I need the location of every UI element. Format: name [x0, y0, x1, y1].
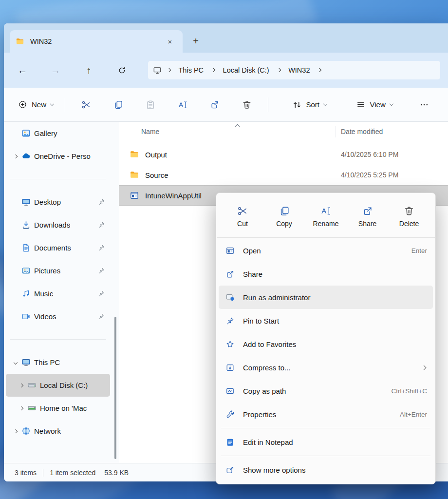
- pin-icon: [98, 221, 105, 229]
- context-share-button[interactable]: Share: [348, 199, 387, 234]
- context-cut-button[interactable]: Cut: [223, 199, 262, 234]
- up-button[interactable]: ↑: [78, 60, 99, 80]
- chevron-right-icon[interactable]: [19, 383, 23, 387]
- paste-icon: [146, 100, 155, 110]
- pictures-icon: [21, 266, 34, 275]
- pin-icon: [98, 244, 105, 251]
- breadcrumb-this-pc[interactable]: This PC: [174, 64, 208, 77]
- file-row-output[interactable]: Output 4/10/2025 6:10 PM: [119, 144, 448, 165]
- sidebar-item-videos[interactable]: Videos: [6, 305, 110, 328]
- forward-button[interactable]: →: [45, 60, 66, 80]
- trash-icon: [404, 206, 414, 216]
- column-date-modified[interactable]: Date modified: [341, 128, 383, 135]
- sidebar-item-home-on-mac[interactable]: Home on 'Mac: [6, 397, 110, 420]
- context-delete-button[interactable]: Delete: [390, 199, 429, 234]
- sidebar-item-this-pc[interactable]: This PC: [6, 351, 110, 374]
- refresh-icon: [117, 66, 127, 75]
- selection-count: 1 item selected: [50, 469, 95, 477]
- sidebar-item-desktop[interactable]: Desktop: [6, 191, 110, 213]
- videos-icon: [21, 312, 34, 321]
- pin-icon: [225, 316, 235, 326]
- scrollbar-thumb[interactable]: [114, 317, 116, 459]
- context-menu: Cut Copy Rename Share Delete Open Enter …: [216, 192, 436, 484]
- wrench-icon: [225, 410, 235, 419]
- sidebar-item-local-disk-c[interactable]: Local Disk (C:): [6, 374, 110, 397]
- share-button[interactable]: [202, 94, 227, 115]
- this-pc-icon: [21, 358, 34, 367]
- sidebar-item-gallery[interactable]: Gallery: [6, 122, 110, 145]
- command-toolbar: New Sort View: [4, 88, 448, 122]
- sidebar-item-documents[interactable]: Documents: [6, 236, 110, 259]
- tab-win32[interactable]: WIN32 ×: [10, 30, 183, 53]
- chevron-down-icon: [50, 102, 54, 106]
- folder-icon: [16, 37, 25, 46]
- tab-bar: WIN32 × +: [4, 23, 448, 53]
- menu-item-pin-to-start[interactable]: Pin to Start: [219, 309, 433, 332]
- sidebar-divider: [10, 339, 106, 340]
- tab-title: WIN32: [30, 38, 52, 45]
- share-icon: [362, 206, 373, 216]
- chevron-right-icon[interactable]: [19, 406, 23, 410]
- menu-divider: [217, 237, 435, 238]
- paste-button[interactable]: [138, 94, 163, 115]
- new-button[interactable]: New: [12, 95, 60, 114]
- breadcrumb-win32[interactable]: WIN32: [284, 64, 314, 77]
- cut-icon: [237, 206, 248, 216]
- sidebar-item-downloads[interactable]: Downloads: [6, 213, 110, 236]
- column-name[interactable]: Name: [141, 128, 159, 135]
- breadcrumb-local-disk[interactable]: Local Disk (C:): [219, 64, 274, 77]
- menu-item-open[interactable]: Open Enter: [219, 239, 433, 262]
- back-arrow-icon: ←: [18, 65, 27, 75]
- ellipsis-icon: [419, 100, 429, 110]
- chevron-right-icon: [316, 69, 323, 72]
- copy-button[interactable]: [106, 94, 131, 115]
- menu-item-show-more-options[interactable]: Show more options: [219, 458, 433, 481]
- share-icon: [225, 269, 235, 279]
- submenu-chevron-icon: [422, 365, 427, 370]
- sidebar-item-pictures[interactable]: Pictures: [6, 259, 110, 282]
- notepad-icon: [225, 438, 235, 447]
- menu-item-compress-to[interactable]: Compress to...: [219, 356, 433, 379]
- menu-item-add-to-favorites[interactable]: Add to Favorites: [219, 332, 433, 356]
- context-rename-button[interactable]: Rename: [306, 199, 345, 234]
- status-divider: [43, 469, 43, 477]
- view-button[interactable]: View: [350, 95, 399, 115]
- sidebar-item-network[interactable]: Network: [6, 420, 110, 442]
- cut-icon: [81, 100, 91, 110]
- column-divider[interactable]: [335, 126, 336, 137]
- toolbar-divider: [65, 97, 65, 112]
- chevron-down-icon[interactable]: [14, 360, 18, 364]
- pin-icon: [98, 290, 105, 297]
- open-app-icon: [225, 246, 235, 255]
- context-copy-button[interactable]: Copy: [265, 199, 304, 234]
- menu-item-edit-in-notepad[interactable]: Edit in Notepad: [219, 430, 433, 454]
- cut-button[interactable]: [74, 94, 99, 115]
- tab-close-button[interactable]: ×: [163, 35, 177, 48]
- new-tab-button[interactable]: +: [187, 33, 204, 49]
- rename-button[interactable]: [170, 94, 195, 115]
- sidebar-item-onedrive[interactable]: OneDrive - Perso: [6, 145, 110, 168]
- share-icon: [210, 100, 220, 110]
- chevron-right-icon[interactable]: [14, 429, 18, 433]
- sidebar-item-music[interactable]: Music: [6, 282, 110, 305]
- menu-item-share[interactable]: Share: [219, 262, 433, 286]
- file-row-source[interactable]: Source 4/10/2025 5:25 PM: [119, 165, 448, 185]
- rename-icon: [320, 206, 331, 216]
- menu-item-properties[interactable]: Properties Alt+Enter: [219, 403, 433, 426]
- menu-item-run-as-administrator[interactable]: Run as administrator: [219, 286, 433, 309]
- this-pc-monitor-icon: [153, 66, 164, 75]
- more-options-icon: [225, 465, 235, 475]
- downloads-icon: [21, 220, 34, 230]
- menu-item-copy-as-path[interactable]: Copy as path Ctrl+Shift+C: [219, 379, 433, 403]
- back-button[interactable]: ←: [12, 60, 33, 80]
- trash-icon: [242, 100, 252, 110]
- delete-button[interactable]: [234, 94, 260, 115]
- close-icon: ×: [168, 38, 172, 46]
- address-bar[interactable]: This PC Local Disk (C:) WIN32: [148, 61, 440, 79]
- sidebar-scrollbar[interactable]: [112, 122, 119, 463]
- more-options-button[interactable]: [411, 94, 437, 115]
- sort-button[interactable]: Sort: [286, 95, 333, 115]
- refresh-button[interactable]: [111, 60, 132, 80]
- chevron-right-icon[interactable]: [14, 154, 18, 158]
- desktop-icon: [21, 197, 34, 207]
